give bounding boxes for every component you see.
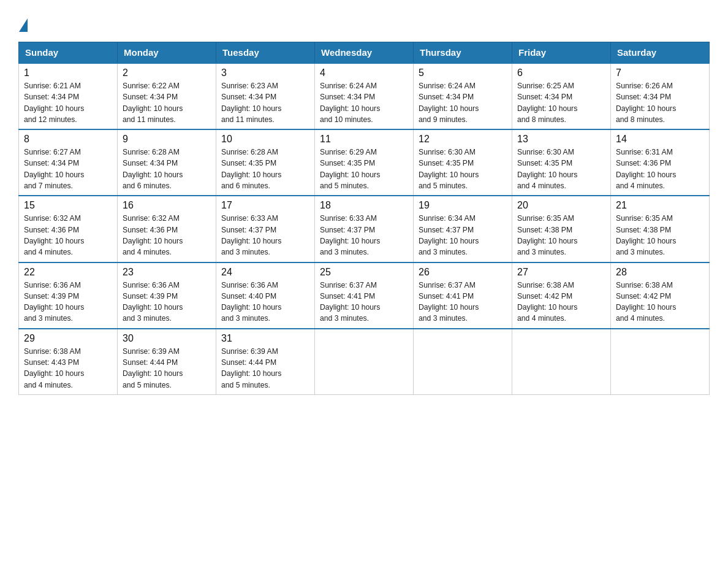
calendar-cell: 25Sunrise: 6:37 AMSunset: 4:41 PMDayligh… xyxy=(315,262,414,329)
weekday-header-wednesday: Wednesday xyxy=(315,42,414,64)
day-info: Sunrise: 6:37 AMSunset: 4:41 PMDaylight:… xyxy=(320,280,408,324)
day-number: 3 xyxy=(221,67,309,79)
calendar-cell: 6Sunrise: 6:25 AMSunset: 4:34 PMDaylight… xyxy=(512,63,611,129)
calendar-cell: 26Sunrise: 6:37 AMSunset: 4:41 PMDayligh… xyxy=(414,262,512,329)
page-header xyxy=(18,12,710,31)
calendar-cell xyxy=(611,329,710,395)
day-info: Sunrise: 6:24 AMSunset: 4:34 PMDaylight:… xyxy=(320,80,408,125)
calendar-cell: 3Sunrise: 6:23 AMSunset: 4:34 PMDaylight… xyxy=(216,63,315,129)
day-info: Sunrise: 6:35 AMSunset: 4:38 PMDaylight:… xyxy=(517,213,605,258)
calendar-week-row: 8Sunrise: 6:27 AMSunset: 4:34 PMDaylight… xyxy=(19,129,710,196)
weekday-header-friday: Friday xyxy=(512,42,611,64)
calendar-cell: 17Sunrise: 6:33 AMSunset: 4:37 PMDayligh… xyxy=(216,196,315,262)
calendar-cell: 28Sunrise: 6:38 AMSunset: 4:42 PMDayligh… xyxy=(611,262,710,329)
day-info: Sunrise: 6:38 AMSunset: 4:43 PMDaylight:… xyxy=(24,346,112,391)
day-number: 27 xyxy=(517,267,605,278)
day-number: 22 xyxy=(24,267,112,278)
day-number: 24 xyxy=(221,267,309,278)
day-info: Sunrise: 6:32 AMSunset: 4:36 PMDaylight:… xyxy=(123,213,211,258)
calendar-cell: 11Sunrise: 6:29 AMSunset: 4:35 PMDayligh… xyxy=(315,129,414,196)
day-info: Sunrise: 6:33 AMSunset: 4:37 PMDaylight:… xyxy=(320,213,408,258)
calendar-cell: 13Sunrise: 6:30 AMSunset: 4:35 PMDayligh… xyxy=(512,129,611,196)
calendar-cell: 27Sunrise: 6:38 AMSunset: 4:42 PMDayligh… xyxy=(512,262,611,329)
day-info: Sunrise: 6:38 AMSunset: 4:42 PMDaylight:… xyxy=(517,280,605,324)
day-number: 26 xyxy=(419,267,507,278)
day-number: 15 xyxy=(24,200,112,211)
calendar-week-row: 29Sunrise: 6:38 AMSunset: 4:43 PMDayligh… xyxy=(19,329,710,395)
calendar-cell: 14Sunrise: 6:31 AMSunset: 4:36 PMDayligh… xyxy=(611,129,710,196)
calendar-table: SundayMondayTuesdayWednesdayThursdayFrid… xyxy=(18,42,710,395)
calendar-cell: 7Sunrise: 6:26 AMSunset: 4:34 PMDaylight… xyxy=(611,63,710,129)
calendar-cell: 15Sunrise: 6:32 AMSunset: 4:36 PMDayligh… xyxy=(19,196,118,262)
calendar-cell: 24Sunrise: 6:36 AMSunset: 4:40 PMDayligh… xyxy=(216,262,315,329)
day-info: Sunrise: 6:28 AMSunset: 4:35 PMDaylight:… xyxy=(221,147,309,191)
day-info: Sunrise: 6:36 AMSunset: 4:39 PMDaylight:… xyxy=(24,280,112,324)
calendar-cell xyxy=(512,329,611,395)
day-info: Sunrise: 6:34 AMSunset: 4:37 PMDaylight:… xyxy=(419,213,507,258)
day-number: 5 xyxy=(419,67,507,79)
calendar-cell: 31Sunrise: 6:39 AMSunset: 4:44 PMDayligh… xyxy=(216,329,315,395)
day-info: Sunrise: 6:36 AMSunset: 4:40 PMDaylight:… xyxy=(221,280,309,324)
day-number: 2 xyxy=(123,67,211,79)
day-number: 13 xyxy=(517,134,605,145)
logo xyxy=(18,12,28,31)
calendar-cell: 23Sunrise: 6:36 AMSunset: 4:39 PMDayligh… xyxy=(118,262,216,329)
day-info: Sunrise: 6:39 AMSunset: 4:44 PMDaylight:… xyxy=(123,346,211,391)
day-number: 20 xyxy=(517,200,605,211)
weekday-header-tuesday: Tuesday xyxy=(216,42,315,64)
day-number: 16 xyxy=(123,200,211,211)
calendar-cell: 1Sunrise: 6:21 AMSunset: 4:34 PMDaylight… xyxy=(19,63,118,129)
calendar-cell: 2Sunrise: 6:22 AMSunset: 4:34 PMDaylight… xyxy=(118,63,216,129)
day-number: 12 xyxy=(419,134,507,145)
day-info: Sunrise: 6:32 AMSunset: 4:36 PMDaylight:… xyxy=(24,213,112,258)
calendar-cell: 5Sunrise: 6:24 AMSunset: 4:34 PMDaylight… xyxy=(414,63,512,129)
calendar-week-row: 1Sunrise: 6:21 AMSunset: 4:34 PMDaylight… xyxy=(19,63,710,129)
weekday-header-thursday: Thursday xyxy=(414,42,512,64)
day-info: Sunrise: 6:37 AMSunset: 4:41 PMDaylight:… xyxy=(419,280,507,324)
calendar-cell: 19Sunrise: 6:34 AMSunset: 4:37 PMDayligh… xyxy=(414,196,512,262)
calendar-cell: 4Sunrise: 6:24 AMSunset: 4:34 PMDaylight… xyxy=(315,63,414,129)
logo-triangle-icon xyxy=(19,18,28,32)
day-info: Sunrise: 6:25 AMSunset: 4:34 PMDaylight:… xyxy=(517,80,605,125)
day-number: 9 xyxy=(123,134,211,145)
day-number: 31 xyxy=(221,333,309,344)
day-number: 30 xyxy=(123,333,211,344)
day-info: Sunrise: 6:21 AMSunset: 4:34 PMDaylight:… xyxy=(24,80,112,125)
calendar-cell: 22Sunrise: 6:36 AMSunset: 4:39 PMDayligh… xyxy=(19,262,118,329)
calendar-cell: 18Sunrise: 6:33 AMSunset: 4:37 PMDayligh… xyxy=(315,196,414,262)
weekday-header-monday: Monday xyxy=(118,42,216,64)
day-info: Sunrise: 6:23 AMSunset: 4:34 PMDaylight:… xyxy=(221,80,309,125)
day-number: 28 xyxy=(616,267,704,278)
day-info: Sunrise: 6:30 AMSunset: 4:35 PMDaylight:… xyxy=(419,147,507,191)
calendar-cell: 12Sunrise: 6:30 AMSunset: 4:35 PMDayligh… xyxy=(414,129,512,196)
calendar-cell: 10Sunrise: 6:28 AMSunset: 4:35 PMDayligh… xyxy=(216,129,315,196)
day-number: 6 xyxy=(517,67,605,79)
day-number: 4 xyxy=(320,67,408,79)
calendar-cell xyxy=(315,329,414,395)
day-number: 1 xyxy=(24,67,112,79)
calendar-cell: 9Sunrise: 6:28 AMSunset: 4:34 PMDaylight… xyxy=(118,129,216,196)
calendar-cell: 20Sunrise: 6:35 AMSunset: 4:38 PMDayligh… xyxy=(512,196,611,262)
weekday-header-saturday: Saturday xyxy=(611,42,710,64)
day-number: 14 xyxy=(616,134,704,145)
calendar-week-row: 22Sunrise: 6:36 AMSunset: 4:39 PMDayligh… xyxy=(19,262,710,329)
day-info: Sunrise: 6:26 AMSunset: 4:34 PMDaylight:… xyxy=(616,80,704,125)
day-number: 29 xyxy=(24,333,112,344)
day-number: 17 xyxy=(221,200,309,211)
calendar-cell: 8Sunrise: 6:27 AMSunset: 4:34 PMDaylight… xyxy=(19,129,118,196)
day-info: Sunrise: 6:38 AMSunset: 4:42 PMDaylight:… xyxy=(616,280,704,324)
day-info: Sunrise: 6:31 AMSunset: 4:36 PMDaylight:… xyxy=(616,147,704,191)
weekday-header-sunday: Sunday xyxy=(19,42,118,64)
calendar-cell: 16Sunrise: 6:32 AMSunset: 4:36 PMDayligh… xyxy=(118,196,216,262)
calendar-cell: 29Sunrise: 6:38 AMSunset: 4:43 PMDayligh… xyxy=(19,329,118,395)
day-number: 10 xyxy=(221,134,309,145)
day-info: Sunrise: 6:22 AMSunset: 4:34 PMDaylight:… xyxy=(123,80,211,125)
day-number: 7 xyxy=(616,67,704,79)
day-info: Sunrise: 6:28 AMSunset: 4:34 PMDaylight:… xyxy=(123,147,211,191)
day-info: Sunrise: 6:39 AMSunset: 4:44 PMDaylight:… xyxy=(221,346,309,391)
day-number: 11 xyxy=(320,134,408,145)
day-number: 23 xyxy=(123,267,211,278)
calendar-cell xyxy=(414,329,512,395)
day-number: 25 xyxy=(320,267,408,278)
calendar-cell: 30Sunrise: 6:39 AMSunset: 4:44 PMDayligh… xyxy=(118,329,216,395)
